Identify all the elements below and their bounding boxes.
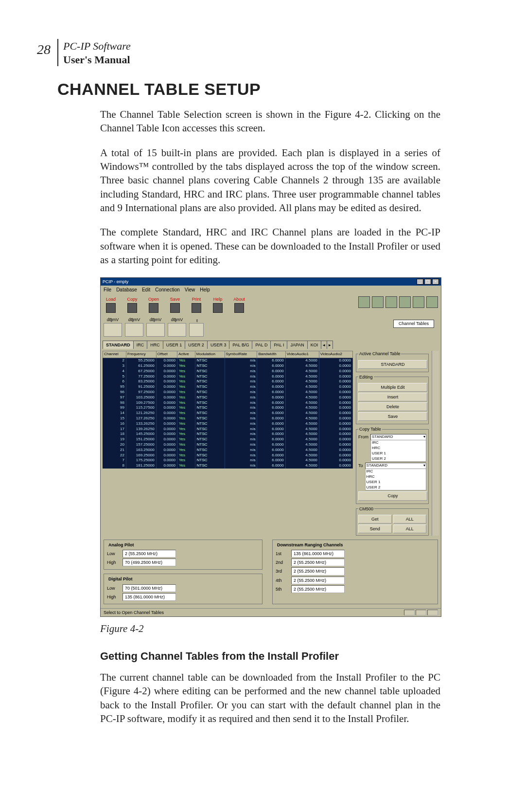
col-frequency[interactable]: Frequency [126,351,156,358]
header-divider [57,39,58,66]
from-dropdown[interactable]: STANDARD [370,434,426,440]
table-row[interactable]: 18145.250000.0000YesNTSCn/a6.00004.50000… [103,432,353,437]
load-icon [106,303,116,313]
digital-high-value[interactable]: 135 (861.0000 MHz) [122,593,176,601]
table-row[interactable]: 16133.262500.0000YesNTSCn/a6.00004.50000… [103,421,353,427]
slot-4[interactable] [168,323,186,337]
table-row[interactable]: 20157.250000.0000YesNTSCn/a6.00004.50000… [103,442,353,448]
table-row[interactable]: 467.250000.0000YesNTSCn/a6.00004.50000.0… [103,369,353,374]
table-row[interactable]: 7175.250000.0000YesNTSCn/a6.00004.50000.… [103,458,353,463]
section-title: CHANNEL TABLE SETUP [57,80,440,99]
tab-pald[interactable]: PAL D [252,341,271,349]
tab-standard[interactable]: STANDARD [103,341,134,349]
dr-4[interactable]: 2 (55.2500 MHz) [291,577,345,584]
btn-insert[interactable]: Insert [358,393,427,401]
tool-about[interactable]: About [232,296,246,313]
tool-icon-2[interactable] [372,296,384,308]
tool-help[interactable]: Help [210,296,225,313]
menu-view[interactable]: View [185,287,195,293]
menu-file[interactable]: File [104,287,111,293]
dr-1[interactable]: 135 (861.0000 MHz) [291,550,345,558]
tab-user2[interactable]: USER 2 [185,341,208,349]
tab-palbg[interactable]: PAL B/G [229,341,252,349]
slot-auto[interactable] [189,323,204,337]
menu-help[interactable]: Help [200,287,210,293]
table-row[interactable]: 97103.250000.0000YesNTSCn/a6.00004.50000… [103,395,353,400]
to-dropdown[interactable]: STANDARD [365,463,426,469]
col-bandwidth[interactable]: Bandwidth [257,351,285,358]
col-active[interactable]: Active [177,351,195,358]
table-row[interactable]: 22169.250000.0000YesNTSCn/a6.00004.50000… [103,453,353,458]
tab-hrc[interactable]: HRC [147,341,163,349]
btn-save[interactable]: Save [358,412,427,421]
col-channel[interactable]: Channel [103,351,126,358]
dr-2[interactable]: 2 (55.2500 MHz) [291,559,345,566]
col-symbolrate[interactable]: SymbolRate [225,351,257,358]
sub-heading: Getting Channel Tables from the Install … [100,649,440,664]
table-row[interactable]: 255.250000.0000YesNTSCn/a6.00004.50000.0… [103,358,353,363]
tab-koi[interactable]: KOI [307,341,322,349]
btn-send[interactable]: Send [358,524,392,533]
tool-icon-6[interactable] [426,296,438,308]
dr-5[interactable]: 2 (55.2500 MHz) [291,585,345,593]
tool-open[interactable]: Open [146,296,161,313]
table-row[interactable]: 19151.250000.0000YesNTSCn/a6.00004.50000… [103,437,353,442]
slot-3[interactable] [146,323,165,337]
dr-3[interactable]: 2 (55.2500 MHz) [291,567,345,575]
col-videoaudio1[interactable]: VideoAudio1 [285,351,319,358]
table-row[interactable]: 361.250000.0000YesNTSCn/a6.00004.50000.0… [103,363,353,369]
tool-copy[interactable]: Copy [125,296,140,313]
downstream-title: Downstream Ranging Channels [276,542,345,548]
menu-connection[interactable]: Connection [155,287,180,293]
tab-scroll-right[interactable]: ▸ [327,341,333,349]
slot-1[interactable] [104,323,122,337]
tab-user1[interactable]: USER 1 [163,341,186,349]
col-videoaudio2[interactable]: VideoAudio2 [319,351,352,358]
tool-print[interactable]: Print [189,296,204,313]
table-row[interactable]: 15127.262500.0000YesNTSCn/a6.00004.50000… [103,416,353,421]
table-row[interactable]: 9591.250000.0000YesNTSCn/a6.00004.50000.… [103,384,353,390]
col-modulation[interactable]: Modulation [195,351,225,358]
tab-user3[interactable]: USER 3 [207,341,230,349]
menu-database[interactable]: Database [116,287,137,293]
from-options[interactable]: IRC HRC USER 1 USER 2 [370,440,426,462]
btn-send-all[interactable]: ALL [393,524,427,533]
table-row[interactable]: 98109.275000.0000YesNTSCn/a6.00004.50000… [103,400,353,406]
tab-pali[interactable]: PAL I [270,341,287,349]
table-row[interactable]: 577.250000.0000YesNTSCn/a6.00004.50000.0… [103,374,353,379]
tab-japan[interactable]: JAPAN [287,341,307,349]
btn-get[interactable]: Get [358,515,392,523]
table-row[interactable]: 17139.262500.0000YesNTSCn/a6.00004.50000… [103,427,353,432]
col-offset[interactable]: Offset [156,351,177,358]
tool-icon-3[interactable] [385,296,397,308]
close-button[interactable]: × [432,279,439,285]
table-row[interactable]: 683.250000.0000YesNTSCn/a6.00004.50000.0… [103,379,353,384]
table-row[interactable]: 14121.262500.0000YesNTSCn/a6.00004.50000… [103,411,353,416]
to-options[interactable]: IRC HRC USER 1 USER 2 [365,469,426,490]
tool-load[interactable]: Load [104,296,118,313]
tab-irc[interactable]: IRC [133,341,148,349]
btn-get-all[interactable]: ALL [393,515,427,523]
tool-save[interactable]: Save [168,296,182,313]
slot-2[interactable] [125,323,143,337]
analog-high-value[interactable]: 70 (499.2500 MHz) [122,559,176,566]
btn-copy[interactable]: Copy [358,491,427,500]
table-row[interactable]: 8181.250000.0000YesNTSCn/a6.00004.50000.… [103,463,353,469]
analog-low-value[interactable]: 2 (55.2500 MHz) [122,550,176,558]
menu-edit[interactable]: Edit [142,287,150,293]
vertical-scrollbar[interactable] [432,351,439,536]
max-button[interactable]: ▢ [424,279,431,285]
window-titlebar[interactable]: PCIP - empty _ ▢ × [101,278,441,286]
btn-multiple-edit[interactable]: Multiple Edit [358,383,427,392]
table-row[interactable]: 21163.250000.0000YesNTSCn/a6.00004.50000… [103,448,353,453]
table-row[interactable]: 9697.250000.0000YesNTSCn/a6.00004.50000.… [103,390,353,395]
btn-delete[interactable]: Delete [358,402,427,411]
digital-pilot-group: Digital Pilot Low70 (501.0000 MHz) High1… [104,574,262,604]
channel-table[interactable]: ChannelFrequencyOffsetActiveModulationSy… [103,351,353,469]
tool-channel-tables-icon[interactable] [399,296,411,308]
tool-icon-5[interactable] [413,296,424,308]
tool-icon-1[interactable] [358,296,370,308]
min-button[interactable]: _ [417,279,423,285]
table-row[interactable]: 99115.275000.0000YesNTSCn/a6.00004.50000… [103,405,353,411]
digital-low-value[interactable]: 70 (501.0000 MHz) [122,584,176,592]
